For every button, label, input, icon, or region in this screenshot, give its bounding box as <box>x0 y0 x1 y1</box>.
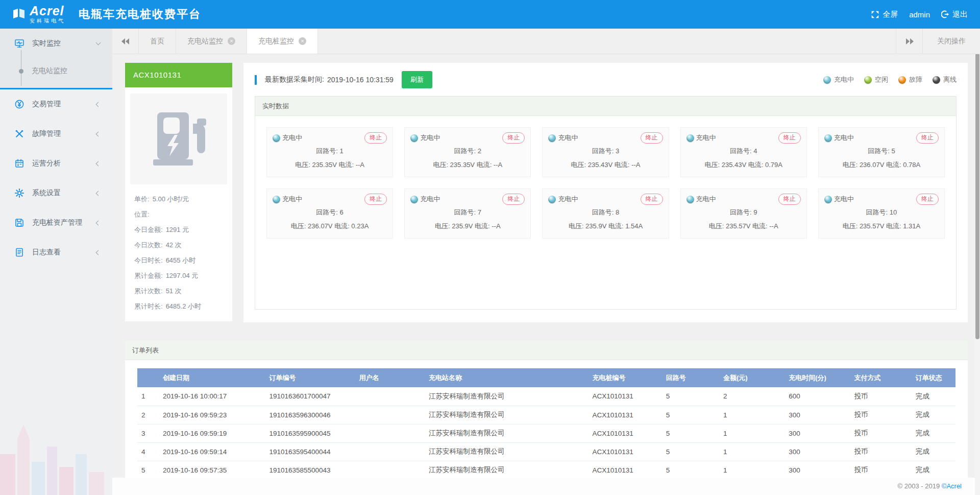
terminate-button[interactable]: 终止 <box>364 132 387 144</box>
terminate-button[interactable]: 终止 <box>778 132 801 144</box>
table-cell: 1910163601700047 <box>265 387 355 406</box>
table-row[interactable]: 12019-10-16 10:00:171910163601700047江苏安科… <box>137 387 955 406</box>
circuit-card: 充电中终止回路号: 1电压: 235.35V 电流: --A <box>266 127 393 177</box>
sidebar-subitem[interactable]: 充电站监控 <box>0 58 112 84</box>
vertical-scrollbar[interactable] <box>975 29 980 495</box>
circuit-card-top: 充电中终止 <box>687 194 801 205</box>
circuit-voltage-current: 电压: 235.57V 电流: --A <box>687 222 801 231</box>
orders-col-header: 订单编号 <box>265 368 355 387</box>
stat-value: 1291 元 <box>166 226 189 233</box>
terminate-button[interactable]: 终止 <box>502 194 525 205</box>
circuit-voltage-current: 电压: 235.35V 电流: --A <box>273 160 387 170</box>
terminate-button[interactable]: 终止 <box>502 132 525 144</box>
circuit-status-label: 充电中 <box>282 133 302 143</box>
sidebar-item[interactable]: 实时监控 <box>0 29 112 58</box>
table-row[interactable]: 22019-10-16 09:59:231910163596300046江苏安科… <box>137 406 955 424</box>
table-cell: ACX1010131 <box>589 442 662 461</box>
table-cell: 2019-10-16 09:59:23 <box>159 406 265 424</box>
charging-status-icon <box>687 196 694 203</box>
legend-label: 充电中 <box>834 75 854 84</box>
stat-value: 6485.2 小时 <box>166 302 201 310</box>
sidebar-item-label: 充电桩资产管理 <box>32 218 96 227</box>
orders-col-header: 金额(元) <box>719 368 785 387</box>
table-cell: 江苏安科瑞制造有限公司 <box>425 461 589 479</box>
terminate-button[interactable]: 终止 <box>916 194 939 205</box>
terminate-button[interactable]: 终止 <box>364 194 387 205</box>
table-cell: ACX1010131 <box>589 406 662 424</box>
terminate-button[interactable]: 终止 <box>916 132 939 144</box>
table-cell: 1 <box>719 442 785 461</box>
sidebar-item[interactable]: 交易管理 <box>0 89 112 119</box>
close-operations-button[interactable]: 关闭操作 <box>922 29 980 54</box>
circuit-status-label: 充电中 <box>558 133 578 143</box>
circuit-number: 回路号: 6 <box>273 208 387 217</box>
table-cell: 1910163596300046 <box>265 406 355 424</box>
tab-item[interactable]: 首页 <box>139 29 176 54</box>
refresh-button[interactable]: 刷新 <box>402 71 432 88</box>
charging-status-icon <box>273 134 280 142</box>
table-cell: 4 <box>137 442 159 461</box>
table-cell: 2019-10-16 09:59:19 <box>159 424 265 442</box>
double-left-arrow-icon <box>121 38 130 44</box>
circuit-grid: 充电中终止回路号: 1电压: 235.35V 电流: --A充电中终止回路号: … <box>255 116 956 250</box>
orders-col-header: 回路号 <box>662 368 719 387</box>
tabs-scroll-right-button[interactable] <box>896 29 922 54</box>
circuit-number: 回路号: 9 <box>687 208 801 217</box>
terminate-button[interactable]: 终止 <box>778 194 801 205</box>
table-row[interactable]: 42019-10-16 09:59:141910163595400044江苏安科… <box>137 442 955 461</box>
circuit-number: 回路号: 4 <box>687 147 801 156</box>
username[interactable]: admin <box>909 10 930 19</box>
station-id: ACX1010131 <box>125 63 232 87</box>
tabs-scroll-left-button[interactable] <box>112 29 139 54</box>
table-row[interactable]: 52019-10-16 09:57:351910163585500043江苏安科… <box>137 461 955 479</box>
logout-button[interactable]: 退出 <box>941 10 968 19</box>
sidebar-item[interactable]: 充电桩资产管理 <box>0 208 112 238</box>
circuit-status-label: 充电中 <box>420 195 440 204</box>
sidebar-section: 充电桩资产管理 <box>0 208 112 238</box>
table-cell <box>355 442 425 461</box>
stat-value: 51 次 <box>166 287 182 295</box>
table-row[interactable]: 32019-10-16 09:59:191910163595900045江苏安科… <box>137 424 955 442</box>
table-cell: 完成 <box>912 461 955 479</box>
sidebar-item[interactable]: 运营分析 <box>0 149 112 178</box>
circuit-status-label: 充电中 <box>834 195 854 204</box>
table-cell: 投币 <box>850 387 911 406</box>
tab-item[interactable]: 充电站监控× <box>176 29 247 54</box>
terminate-button[interactable]: 终止 <box>641 132 663 144</box>
orders-col-header: 支付方式 <box>850 368 911 387</box>
terminate-button[interactable]: 终止 <box>641 194 663 205</box>
station-stat: 累计次数:51 次 <box>134 284 223 299</box>
fullscreen-button[interactable]: 全屏 <box>871 10 898 19</box>
table-cell: 600 <box>785 387 850 406</box>
circuit-voltage-current: 电压: 236.07V 电流: 0.23A <box>273 222 387 231</box>
table-cell: 5 <box>662 461 719 479</box>
settings-icon <box>14 188 24 198</box>
table-cell: 2019-10-16 09:57:35 <box>159 461 265 479</box>
circuit-voltage-current: 电压: 235.57V 电流: 1.31A <box>824 222 939 231</box>
sidebar-item[interactable]: 故障管理 <box>0 119 112 149</box>
circuit-card-top: 充电中终止 <box>273 194 387 205</box>
circuit-card: 充电中终止回路号: 8电压: 235.9V 电流: 1.54A <box>542 188 669 239</box>
tab-close-icon[interactable]: × <box>228 37 235 45</box>
tab-close-icon[interactable]: × <box>299 37 306 45</box>
station-stat: 今日时长:6455 小时 <box>134 253 223 268</box>
table-cell: 1910163595900045 <box>265 424 355 442</box>
sidebar-item[interactable]: 日志查看 <box>0 238 112 267</box>
table-cell: 投币 <box>850 406 911 424</box>
circuit-voltage-current: 电压: 235.43V 电流: 0.79A <box>687 160 801 170</box>
legend-item: 充电中 <box>823 75 854 84</box>
sidebar-item[interactable]: 系统设置 <box>0 178 112 208</box>
table-cell: 300 <box>785 406 850 424</box>
legend-item: 离线 <box>933 75 957 84</box>
footer-brand-link[interactable]: ©Acrel <box>942 482 962 490</box>
orders-col-header: 充电桩编号 <box>589 368 662 387</box>
analysis-icon <box>14 158 24 169</box>
circuit-number: 回路号: 1 <box>273 147 387 156</box>
circuit-card: 充电中终止回路号: 9电压: 235.57V 电流: --A <box>680 188 807 239</box>
orders-table: 创建日期订单编号用户名充电站名称充电桩编号回路号金额(元)充电时间(分)支付方式… <box>137 368 955 480</box>
tab-item[interactable]: 充电桩监控× <box>247 29 318 54</box>
scrollbar-thumb[interactable] <box>975 53 979 339</box>
sidebar-section: 运营分析 <box>0 149 112 178</box>
stat-label: 累计时长: <box>134 302 163 310</box>
sidebar-item-label: 运营分析 <box>32 159 96 168</box>
